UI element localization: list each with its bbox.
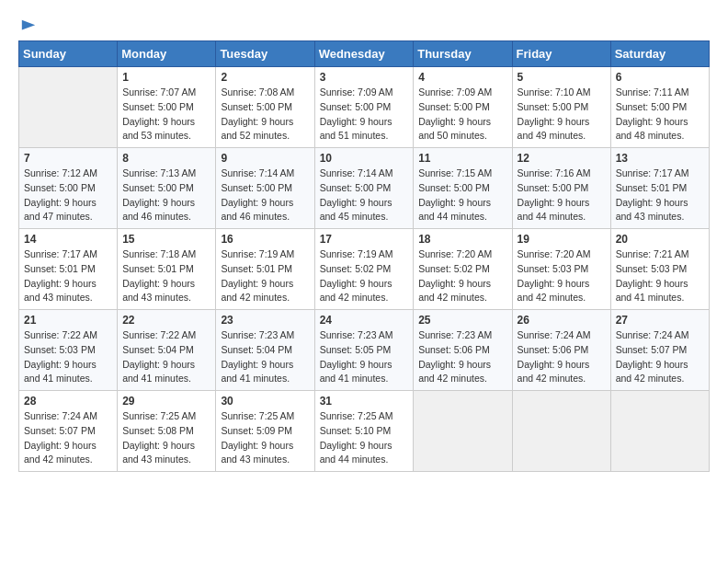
day-number: 16 [221, 233, 309, 246]
calendar-cell [512, 391, 610, 472]
day-number: 19 [518, 233, 606, 246]
day-number: 26 [518, 314, 606, 327]
day-info: Sunrise: 7:19 AMSunset: 5:02 PMDaylight:… [320, 247, 409, 305]
calendar-cell: 14Sunrise: 7:17 AMSunset: 5:01 PMDayligh… [19, 229, 118, 310]
day-info: Sunrise: 7:22 AMSunset: 5:04 PMDaylight:… [122, 328, 210, 386]
calendar-cell: 22Sunrise: 7:22 AMSunset: 5:04 PMDayligh… [118, 310, 216, 391]
day-number: 20 [616, 233, 704, 246]
calendar-cell: 8Sunrise: 7:13 AMSunset: 5:00 PMDaylight… [118, 148, 216, 229]
day-header-saturday: Saturday [610, 41, 709, 67]
day-number: 14 [24, 233, 112, 246]
calendar-cell [19, 67, 118, 148]
calendar-cell [610, 391, 709, 472]
day-number: 21 [24, 314, 112, 327]
day-number: 4 [418, 71, 506, 84]
day-info: Sunrise: 7:25 AMSunset: 5:09 PMDaylight:… [221, 409, 309, 467]
calendar-cell: 10Sunrise: 7:14 AMSunset: 5:00 PMDayligh… [314, 148, 414, 229]
logo [18, 18, 37, 31]
day-header-friday: Friday [512, 41, 610, 67]
day-number: 6 [616, 71, 704, 84]
day-number: 7 [24, 152, 112, 165]
calendar-cell: 19Sunrise: 7:20 AMSunset: 5:03 PMDayligh… [512, 229, 610, 310]
day-header-monday: Monday [118, 41, 216, 67]
day-number: 28 [24, 395, 112, 408]
day-number: 11 [418, 152, 506, 165]
day-info: Sunrise: 7:19 AMSunset: 5:01 PMDaylight:… [221, 247, 309, 305]
day-header-sunday: Sunday [19, 41, 118, 67]
day-info: Sunrise: 7:25 AMSunset: 5:10 PMDaylight:… [320, 409, 409, 467]
calendar-week-row: 21Sunrise: 7:22 AMSunset: 5:03 PMDayligh… [19, 310, 710, 391]
day-info: Sunrise: 7:20 AMSunset: 5:02 PMDaylight:… [418, 247, 506, 305]
day-number: 12 [518, 152, 606, 165]
day-number: 29 [122, 395, 210, 408]
day-header-wednesday: Wednesday [314, 41, 414, 67]
calendar-cell [414, 391, 512, 472]
calendar-cell: 6Sunrise: 7:11 AMSunset: 5:00 PMDaylight… [610, 67, 709, 148]
day-info: Sunrise: 7:22 AMSunset: 5:03 PMDaylight:… [24, 328, 112, 386]
calendar-cell: 2Sunrise: 7:08 AMSunset: 5:00 PMDaylight… [216, 67, 314, 148]
day-info: Sunrise: 7:08 AMSunset: 5:00 PMDaylight:… [221, 86, 309, 144]
day-header-tuesday: Tuesday [216, 41, 314, 67]
calendar-cell: 11Sunrise: 7:15 AMSunset: 5:00 PMDayligh… [414, 148, 512, 229]
calendar-week-row: 1Sunrise: 7:07 AMSunset: 5:00 PMDaylight… [19, 67, 710, 148]
day-number: 10 [320, 152, 409, 165]
calendar-week-row: 14Sunrise: 7:17 AMSunset: 5:01 PMDayligh… [19, 229, 710, 310]
calendar-header-row: SundayMondayTuesdayWednesdayThursdayFrid… [19, 41, 710, 67]
day-number: 8 [122, 152, 210, 165]
calendar-cell: 17Sunrise: 7:19 AMSunset: 5:02 PMDayligh… [314, 229, 414, 310]
day-number: 5 [518, 71, 606, 84]
day-info: Sunrise: 7:24 AMSunset: 5:07 PMDaylight:… [616, 328, 704, 386]
svg-marker-0 [22, 20, 35, 30]
day-number: 15 [122, 233, 210, 246]
page-header [18, 18, 710, 31]
day-number: 27 [616, 314, 704, 327]
day-number: 18 [418, 233, 506, 246]
day-number: 25 [418, 314, 506, 327]
calendar-cell: 31Sunrise: 7:25 AMSunset: 5:10 PMDayligh… [314, 391, 414, 472]
calendar-cell: 12Sunrise: 7:16 AMSunset: 5:00 PMDayligh… [512, 148, 610, 229]
calendar-cell: 21Sunrise: 7:22 AMSunset: 5:03 PMDayligh… [19, 310, 118, 391]
calendar-cell: 9Sunrise: 7:14 AMSunset: 5:00 PMDaylight… [216, 148, 314, 229]
day-info: Sunrise: 7:14 AMSunset: 5:00 PMDaylight:… [320, 167, 409, 224]
day-info: Sunrise: 7:09 AMSunset: 5:00 PMDaylight:… [418, 86, 506, 144]
day-number: 3 [320, 71, 409, 84]
calendar-cell: 25Sunrise: 7:23 AMSunset: 5:06 PMDayligh… [414, 310, 512, 391]
day-info: Sunrise: 7:20 AMSunset: 5:03 PMDaylight:… [518, 247, 606, 305]
day-info: Sunrise: 7:12 AMSunset: 5:00 PMDaylight:… [24, 167, 112, 224]
day-number: 9 [221, 152, 309, 165]
day-number: 1 [122, 71, 210, 84]
calendar-cell: 7Sunrise: 7:12 AMSunset: 5:00 PMDaylight… [19, 148, 118, 229]
calendar-cell: 3Sunrise: 7:09 AMSunset: 5:00 PMDaylight… [314, 67, 414, 148]
day-number: 30 [221, 395, 309, 408]
calendar-week-row: 28Sunrise: 7:24 AMSunset: 5:07 PMDayligh… [19, 391, 710, 472]
calendar-cell: 30Sunrise: 7:25 AMSunset: 5:09 PMDayligh… [216, 391, 314, 472]
day-info: Sunrise: 7:17 AMSunset: 5:01 PMDaylight:… [24, 247, 112, 305]
day-info: Sunrise: 7:09 AMSunset: 5:00 PMDaylight:… [320, 86, 409, 144]
day-info: Sunrise: 7:13 AMSunset: 5:00 PMDaylight:… [122, 167, 210, 224]
day-info: Sunrise: 7:24 AMSunset: 5:06 PMDaylight:… [518, 328, 606, 386]
day-number: 2 [221, 71, 309, 84]
calendar-cell: 29Sunrise: 7:25 AMSunset: 5:08 PMDayligh… [118, 391, 216, 472]
day-number: 31 [320, 395, 409, 408]
day-info: Sunrise: 7:23 AMSunset: 5:06 PMDaylight:… [418, 328, 506, 386]
calendar-cell: 4Sunrise: 7:09 AMSunset: 5:00 PMDaylight… [414, 67, 512, 148]
day-info: Sunrise: 7:15 AMSunset: 5:00 PMDaylight:… [418, 167, 506, 224]
calendar-cell: 20Sunrise: 7:21 AMSunset: 5:03 PMDayligh… [610, 229, 709, 310]
day-info: Sunrise: 7:21 AMSunset: 5:03 PMDaylight:… [616, 247, 704, 305]
day-info: Sunrise: 7:23 AMSunset: 5:05 PMDaylight:… [320, 328, 409, 386]
calendar-cell: 27Sunrise: 7:24 AMSunset: 5:07 PMDayligh… [610, 310, 709, 391]
calendar-cell: 16Sunrise: 7:19 AMSunset: 5:01 PMDayligh… [216, 229, 314, 310]
day-info: Sunrise: 7:07 AMSunset: 5:00 PMDaylight:… [122, 86, 210, 144]
day-header-thursday: Thursday [414, 41, 512, 67]
day-info: Sunrise: 7:24 AMSunset: 5:07 PMDaylight:… [24, 409, 112, 467]
day-info: Sunrise: 7:18 AMSunset: 5:01 PMDaylight:… [122, 247, 210, 305]
day-info: Sunrise: 7:16 AMSunset: 5:00 PMDaylight:… [518, 167, 606, 224]
day-info: Sunrise: 7:14 AMSunset: 5:00 PMDaylight:… [221, 167, 309, 224]
day-info: Sunrise: 7:23 AMSunset: 5:04 PMDaylight:… [221, 328, 309, 386]
day-number: 17 [320, 233, 409, 246]
day-info: Sunrise: 7:10 AMSunset: 5:00 PMDaylight:… [518, 86, 606, 144]
day-info: Sunrise: 7:17 AMSunset: 5:01 PMDaylight:… [616, 167, 704, 224]
logo-flag-icon [20, 18, 37, 35]
calendar-cell: 5Sunrise: 7:10 AMSunset: 5:00 PMDaylight… [512, 67, 610, 148]
day-number: 22 [122, 314, 210, 327]
